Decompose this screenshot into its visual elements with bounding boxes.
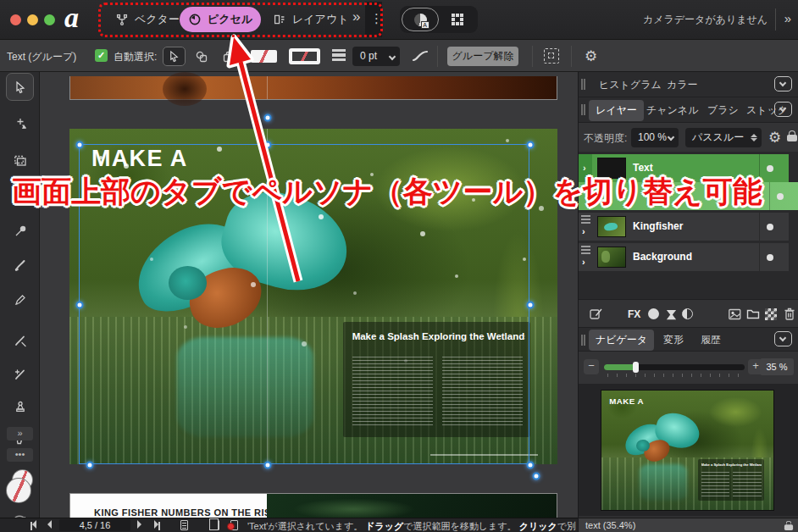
erase-brush-tool[interactable] — [6, 326, 34, 354]
panel-collapse-button[interactable] — [774, 76, 792, 91]
move-tool[interactable] — [6, 73, 34, 101]
preflight-warning-icon[interactable] — [230, 520, 238, 532]
auto-select-checkbox[interactable]: ✓ — [95, 49, 108, 62]
selection-handle[interactable] — [264, 462, 272, 469]
pages-list-icon[interactable] — [180, 520, 188, 532]
lock-icon[interactable] — [784, 521, 793, 530]
layer-lock-icon[interactable] — [787, 130, 797, 141]
page-indicator-field[interactable]: 4,5 / 16 — [59, 519, 130, 531]
layer-options-row: 不透明度: 100 % パススルー ⚙ — [579, 123, 798, 152]
panel-drag-handle[interactable] — [581, 79, 583, 90]
panel-collapse-button[interactable] — [774, 102, 792, 117]
edit-layer-icon[interactable] — [589, 307, 603, 321]
selection-handle[interactable] — [533, 473, 540, 480]
stroke-style-icon[interactable] — [332, 49, 346, 62]
spread-view-icon[interactable] — [212, 520, 219, 532]
selection-handle[interactable] — [76, 141, 84, 149]
ungroup-button[interactable]: グループ解除 — [447, 47, 518, 66]
clone-stamp-tool[interactable] — [6, 392, 34, 420]
tab-transform[interactable]: 変形 — [657, 330, 690, 351]
grid-view-button[interactable] — [439, 8, 476, 31]
visibility-eye-icon[interactable] — [777, 193, 784, 200]
navigator-preview-image[interactable]: MAKE A Make a Splash Exploring the Wetla… — [601, 390, 774, 511]
updown-arrows-icon — [751, 132, 757, 143]
more-tools-button[interactable]: » — [7, 427, 33, 441]
place-image-icon[interactable] — [728, 308, 742, 321]
layers-panel-header: レイヤー チャンネル ブラシ ストック — [579, 97, 798, 123]
tab-brushes[interactable]: ブラシ — [701, 100, 745, 121]
zoom-slider[interactable] — [604, 364, 745, 370]
tab-history[interactable]: 履歴 — [694, 330, 728, 351]
color-picker-tool[interactable] — [6, 217, 34, 245]
selection-brush-tool[interactable] — [6, 360, 34, 388]
close-button[interactable] — [10, 14, 21, 25]
frame-tool[interactable] — [6, 147, 34, 175]
tools-overflow-button[interactable]: ••• — [7, 448, 33, 462]
gear-icon[interactable]: ⚙ — [585, 47, 597, 65]
live-filter-icon[interactable] — [682, 308, 693, 319]
chevron-right-icon[interactable]: › — [582, 226, 585, 236]
layer-badge-icons — [581, 215, 590, 224]
fill-stroke-color-well[interactable] — [5, 470, 36, 509]
layers-list: › Text › Kingfisher › Background — [579, 152, 798, 280]
new-pixel-layer-icon[interactable] — [765, 308, 777, 320]
view-button-group: A — [400, 6, 478, 33]
tab-color[interactable]: カラー — [660, 75, 705, 96]
visibility-eye-icon[interactable] — [767, 165, 773, 172]
first-page-button[interactable] — [30, 520, 36, 530]
opacity-select[interactable]: 100 % — [631, 128, 679, 147]
visibility-eye-icon[interactable] — [767, 254, 773, 261]
layer-thumbnail[interactable] — [597, 247, 626, 268]
snapping-button[interactable] — [544, 48, 559, 64]
mask-layer-icon[interactable] — [648, 308, 659, 319]
fill-color-circle[interactable] — [7, 479, 30, 502]
cursor-mode-button[interactable] — [163, 47, 186, 66]
no-color-slash-icon — [7, 479, 30, 502]
pencil-tool-icon — [14, 293, 27, 307]
panel-collapse-button[interactable] — [774, 331, 792, 346]
layer-row-background[interactable]: › Background — [579, 243, 789, 271]
previous-page-button[interactable] — [47, 520, 52, 530]
selection-handle[interactable] — [527, 302, 535, 309]
layer-thumbnail[interactable] — [597, 216, 626, 237]
doc-title-text: MAKE A — [609, 396, 644, 406]
visibility-eye-icon[interactable] — [767, 224, 773, 230]
erase-brush-icon — [14, 334, 27, 347]
selection-handle[interactable] — [76, 302, 84, 309]
paint-brush-tool[interactable] — [6, 251, 34, 279]
studio-panel: ヒストグラム カラー レイヤー チャンネル ブラシ ストック 不透明度: 100… — [578, 72, 798, 532]
tab-navigator[interactable]: ナビゲータ — [589, 330, 654, 351]
tab-channels[interactable]: チャンネル — [640, 100, 705, 121]
status-bar: 4,5 / 16 'Text'が選択されています。 ドラッグで選択範囲を移動しま… — [0, 518, 578, 532]
new-group-folder-icon[interactable] — [746, 308, 760, 320]
tab-histogram[interactable]: ヒストグラム — [592, 75, 668, 96]
minimize-button[interactable] — [27, 14, 38, 25]
pencil-tool[interactable] — [6, 285, 34, 313]
preview-mode-button[interactable]: A — [402, 8, 439, 31]
panel-drag-handle[interactable] — [581, 335, 583, 346]
selection-handle[interactable] — [527, 462, 535, 469]
layer-settings-gear-icon[interactable]: ⚙ — [768, 129, 781, 147]
selection-handle[interactable] — [527, 141, 535, 149]
chevron-right-icon[interactable]: › — [582, 257, 585, 267]
panel-drag-handle[interactable] — [581, 104, 583, 115]
stroke-profile-icon[interactable] — [412, 49, 429, 63]
tab-layers[interactable]: レイヤー — [589, 100, 644, 121]
frame-tool-icon — [14, 154, 27, 168]
zoom-out-button[interactable]: − — [584, 359, 599, 374]
stroke-width-select[interactable]: 0 pt — [352, 47, 400, 66]
node-tool[interactable] — [6, 109, 34, 137]
zoom-slider-thumb[interactable] — [633, 362, 639, 373]
zoom-button[interactable] — [44, 14, 55, 25]
article-column — [733, 472, 762, 497]
next-page-button[interactable] — [137, 520, 141, 530]
navigator-status-text: text (35.4%) — [585, 520, 635, 530]
adjustment-layer-icon[interactable] — [665, 308, 678, 321]
toolbar-overflow-chevron[interactable]: » — [784, 11, 791, 25]
layer-row-kingfisher[interactable]: › Kingfisher — [579, 213, 789, 241]
layer-effects-button[interactable]: FX — [628, 308, 640, 320]
selection-handle[interactable] — [86, 462, 94, 469]
last-page-button[interactable] — [154, 520, 160, 530]
trash-icon[interactable] — [784, 307, 795, 321]
blend-mode-select[interactable]: パススルー — [685, 128, 762, 147]
